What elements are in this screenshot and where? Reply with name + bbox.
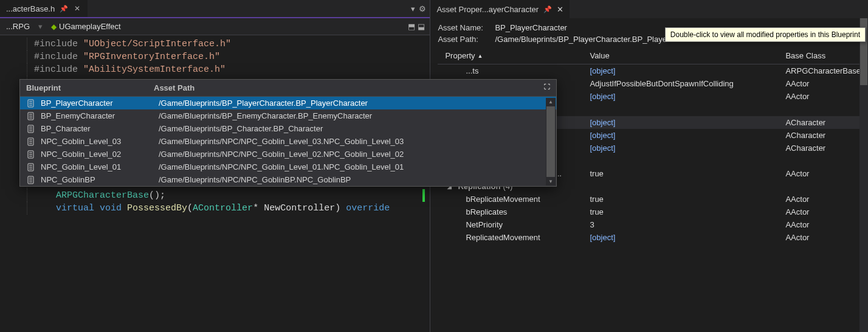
property-baseclass: ARPGCharacterBase — [785, 66, 861, 75]
code-line[interactable]: virtual void PossessedBy(AController* Ne… — [0, 202, 430, 215]
blueprint-name: BP_PlayerCharacter — [41, 99, 154, 108]
header-baseclass[interactable]: Base Class — [785, 51, 861, 60]
property-baseclass: ACharacter — [785, 131, 861, 140]
property-name: bReplicates — [438, 207, 590, 216]
blueprint-name: NPC_Goblin_Level_01 — [41, 162, 154, 171]
blueprint-row[interactable]: BP_PlayerCharacter/Game/Blueprints/BP_Pl… — [20, 97, 556, 109]
blueprint-path: /Game/Blueprints/NPC/NPC_Goblin_Level_03… — [159, 137, 550, 146]
right-scrollbar[interactable] — [859, 18, 868, 332]
popup-col-blueprint[interactable]: Blueprint — [26, 83, 154, 92]
tab-title: ...acterBase.h — [6, 4, 55, 13]
blueprint-path: /Game/Blueprints/NPC/NPC_GoblinBP.NPC_Go… — [159, 175, 550, 184]
header-value[interactable]: Value — [590, 51, 785, 60]
blueprint-path: /Game/Blueprints/NPC/NPC_Goblin_Level_01… — [159, 162, 550, 171]
popup-scrollbar[interactable]: ▲ ▼ — [546, 98, 556, 185]
maximize-icon[interactable]: ⛶ — [544, 83, 550, 92]
property-value[interactable]: [object] — [590, 66, 785, 75]
blueprint-path: /Game/Blueprints/NPC/NPC_Goblin_Level_02… — [159, 150, 550, 159]
blueprint-popup: Blueprint Asset Path ⛶ BP_PlayerCharacte… — [19, 79, 557, 187]
file-icon — [26, 99, 36, 108]
scope-label: ...RPG — [6, 22, 30, 31]
blueprint-row[interactable]: NPC_Goblin_Level_01/Game/Blueprints/NPC/… — [20, 161, 556, 173]
asset-tab[interactable]: Asset Proper...ayerCharacter 📌 ✕ — [430, 0, 570, 18]
property-value: true — [590, 207, 785, 216]
file-icon — [26, 150, 36, 159]
property-name: NetPriority — [438, 220, 590, 229]
blueprint-row[interactable]: NPC_Goblin_Level_03/Game/Blueprints/NPC/… — [20, 135, 556, 148]
blueprint-row[interactable]: NPC_GoblinBP/Game/Blueprints/NPC/NPC_Gob… — [20, 173, 556, 186]
prop-grid-header: Property ▲ Value Base Class — [438, 47, 861, 64]
file-icon — [26, 163, 36, 171]
close-icon[interactable]: ✕ — [73, 4, 81, 13]
editor-tab-bar: ...acterBase.h 📌 ✕ ▾ ⚙ — [0, 0, 430, 18]
pin-icon[interactable]: 📌 — [60, 5, 68, 13]
file-icon — [26, 112, 36, 120]
blueprint-name: BP_EnemyCharacter — [41, 111, 154, 120]
property-row[interactable]: ...ts[object]ARPGCharacterBase — [438, 64, 861, 77]
property-value[interactable]: [object] — [590, 92, 785, 101]
property-baseclass: AActor — [785, 92, 861, 101]
property-baseclass: AActor — [785, 79, 861, 88]
blueprint-name: NPC_GoblinBP — [41, 175, 154, 184]
popup-header: Blueprint Asset Path ⛶ — [20, 80, 556, 97]
property-value: AdjustIfPossibleButDontSpawnIfColliding — [590, 79, 785, 88]
popup-col-assetpath[interactable]: Asset Path — [154, 83, 544, 92]
class-dropdown[interactable]: ◆ UGameplayEffect — [47, 22, 125, 31]
blueprint-row[interactable]: BP_Character/Game/Blueprints/BP_Characte… — [20, 122, 556, 135]
blueprint-name: BP_Character — [41, 124, 154, 133]
close-icon[interactable]: ✕ — [557, 5, 563, 14]
blueprint-row[interactable]: BP_EnemyCharacter/Game/Blueprints/BP_Ene… — [20, 109, 556, 122]
asset-name-label: Asset Name: — [438, 23, 492, 32]
property-baseclass: ACharacter — [785, 144, 861, 153]
property-name: ReplicatedMovement — [438, 233, 590, 242]
sort-asc-icon: ▲ — [478, 53, 483, 59]
property-row[interactable]: bReplicateMovementtrueAActor — [438, 193, 861, 206]
property-row[interactable]: NetPriority3AActor — [438, 218, 861, 231]
asset-tab-title: Asset Proper...ayerCharacter — [436, 5, 539, 14]
asset-path-label: Asset Path: — [438, 35, 492, 44]
split-bottom-icon[interactable]: ⬓ — [418, 22, 425, 31]
property-value[interactable]: [object] — [590, 131, 785, 140]
gear-icon[interactable]: ⚙ — [419, 4, 426, 13]
property-value: true — [590, 195, 785, 204]
property-name: ...ts — [438, 66, 590, 75]
class-label: UGameplayEffect — [59, 22, 121, 31]
editor-tab-active[interactable]: ...acterBase.h 📌 ✕ — [0, 0, 88, 17]
property-row[interactable]: bReplicatestrueAActor — [438, 206, 861, 218]
property-baseclass: AActor — [785, 220, 861, 229]
file-icon — [26, 176, 36, 184]
property-value[interactable]: [object] — [590, 233, 785, 242]
scope-dropdown[interactable]: ...RPG — [2, 22, 33, 31]
asset-tab-bar: Asset Proper...ayerCharacter 📌 ✕ — [430, 0, 868, 18]
nav-bar: ...RPG ▾ ◆ UGameplayEffect ⬒ ⬓ — [0, 18, 430, 35]
blueprint-path: /Game/Blueprints/BP_EnemyCharacter.BP_En… — [159, 111, 550, 120]
code-line[interactable]: #include "UObject/ScriptInterface.h" — [0, 38, 430, 50]
code-line[interactable]: #include "RPGInventoryInterface.h" — [0, 50, 430, 63]
blueprint-name: NPC_Goblin_Level_03 — [41, 137, 154, 146]
asset-name-value: BP_PlayerCharacter — [495, 23, 567, 32]
scroll-down-icon[interactable]: ▼ — [548, 178, 553, 185]
property-value[interactable]: [object] — [590, 144, 785, 153]
pin-icon[interactable]: 📌 — [543, 5, 552, 13]
code-line[interactable]: ARPGCharacterBase(); — [0, 189, 430, 202]
property-baseclass: ACharacter — [785, 118, 861, 127]
file-icon — [26, 125, 36, 133]
property-baseclass: AActor — [785, 169, 861, 178]
property-row[interactable]: ReplicatedMovement[object]AActor — [438, 231, 861, 244]
header-property[interactable]: Property ▲ — [438, 51, 590, 60]
class-icon: ◆ — [51, 22, 57, 31]
window-dropdown-icon[interactable]: ▾ — [411, 4, 415, 13]
property-value: 3 — [590, 220, 785, 229]
scroll-up-icon[interactable]: ▲ — [548, 98, 553, 106]
blueprint-row[interactable]: NPC_Goblin_Level_02/Game/Blueprints/NPC/… — [20, 148, 556, 161]
property-name: bReplicateMovement — [438, 195, 590, 204]
code-line[interactable]: #include "AbilitySystemInterface.h" — [0, 63, 430, 76]
scroll-thumb[interactable] — [546, 106, 555, 177]
split-top-icon[interactable]: ⬒ — [408, 22, 415, 31]
property-value[interactable]: [object] — [590, 118, 785, 127]
file-icon — [26, 137, 36, 146]
tooltip: Double-click to view all modified proper… — [665, 27, 866, 42]
property-baseclass: AActor — [785, 195, 861, 204]
blueprint-path: /Game/Blueprints/BP_PlayerCharacter.BP_P… — [159, 99, 550, 108]
property-baseclass: AActor — [785, 207, 861, 216]
